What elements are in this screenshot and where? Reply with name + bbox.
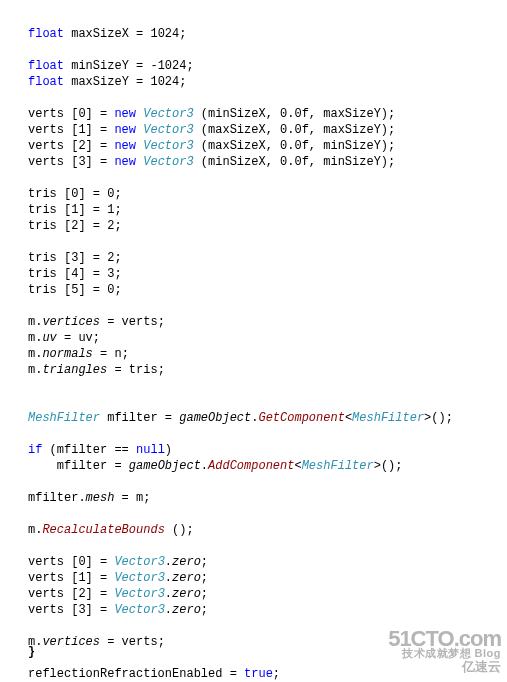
line: verts [0] = Vector3.zero; [28,555,208,569]
line: float maxSizeY = 1024; [28,75,186,89]
line: verts [1] = Vector3.zero; [28,571,208,585]
line: float minSizeY = -1024; [28,59,194,73]
line: verts [0] = new Vector3 (minSizeX, 0.0f,… [28,107,395,121]
line: tris [1] = 1; [28,203,122,217]
line: verts [2] = Vector3.zero; [28,587,208,601]
line: verts [1] = new Vector3 (maxSizeX, 0.0f,… [28,123,395,137]
line: m.uv = uv; [28,331,100,345]
line: tris [3] = 2; [28,251,122,265]
line: tris [0] = 0; [28,187,122,201]
line: if (mfilter == null) [28,443,172,457]
closing-brace: } [28,644,35,660]
line: verts [3] = Vector3.zero; [28,603,208,617]
line: tris [5] = 0; [28,283,122,297]
code-block: float maxSizeX = 1024; float minSizeY = … [0,0,507,682]
line: verts [2] = new Vector3 (maxSizeX, 0.0f,… [28,139,395,153]
line: reflectionRefractionEnabled = true; [28,667,280,681]
line: mfilter.mesh = m; [28,491,150,505]
line: float maxSizeX = 1024; [28,27,186,41]
line: MeshFilter mfilter = gameObject.GetCompo… [28,411,453,425]
line: m.vertices = verts; [28,635,165,649]
line: m.vertices = verts; [28,315,165,329]
line: m.RecalculateBounds (); [28,523,194,537]
line: tris [4] = 3; [28,267,122,281]
line: m.triangles = tris; [28,363,165,377]
line: verts [3] = new Vector3 (minSizeX, 0.0f,… [28,155,395,169]
line: m.normals = n; [28,347,129,361]
line: mfilter = gameObject.AddComponent<MeshFi… [28,459,403,473]
line: tris [2] = 2; [28,219,122,233]
